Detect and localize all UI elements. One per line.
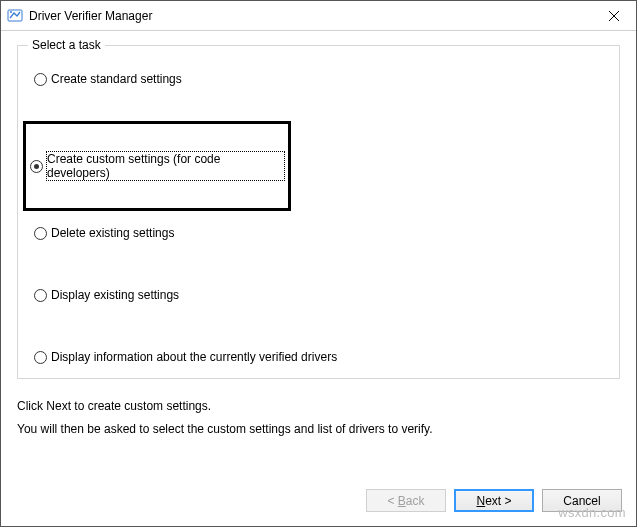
task-groupbox: Select a task Create standard settings C… xyxy=(17,45,620,379)
radio-create-custom[interactable]: Create custom settings (for code develop… xyxy=(26,124,288,208)
back-button: < Back xyxy=(366,489,446,512)
radio-icon xyxy=(34,73,47,86)
radio-icon xyxy=(34,351,47,364)
titlebar: Driver Verifier Manager xyxy=(1,1,636,31)
radio-create-standard[interactable]: Create standard settings xyxy=(30,72,607,86)
next-button-label: Next > xyxy=(476,494,511,508)
close-icon xyxy=(609,11,619,21)
radio-label: Create custom settings (for code develop… xyxy=(47,152,284,180)
close-button[interactable] xyxy=(591,1,636,31)
next-button[interactable]: Next > xyxy=(454,489,534,512)
radio-delete-existing[interactable]: Delete existing settings xyxy=(30,226,607,240)
svg-point-1 xyxy=(10,11,12,13)
radio-display-existing[interactable]: Display existing settings xyxy=(30,288,607,302)
cancel-button[interactable]: Cancel xyxy=(542,489,622,512)
radio-label: Delete existing settings xyxy=(51,226,174,240)
radio-icon xyxy=(30,160,43,173)
radio-icon xyxy=(34,289,47,302)
wizard-buttons: < Back Next > Cancel xyxy=(366,489,622,512)
radio-display-info[interactable]: Display information about the currently … xyxy=(30,350,607,364)
radio-label: Display information about the currently … xyxy=(51,350,337,364)
content-area: Select a task Create standard settings C… xyxy=(1,31,636,451)
window-title: Driver Verifier Manager xyxy=(29,9,591,23)
back-button-label: < Back xyxy=(387,494,424,508)
instruction-line-1: Click Next to create custom settings. xyxy=(17,395,620,418)
groupbox-label: Select a task xyxy=(28,38,105,52)
radio-icon xyxy=(34,227,47,240)
instruction-line-2: You will then be asked to select the cus… xyxy=(17,418,620,441)
radio-label: Create standard settings xyxy=(51,72,182,86)
radio-label: Display existing settings xyxy=(51,288,179,302)
cancel-button-label: Cancel xyxy=(563,494,600,508)
instructions: Click Next to create custom settings. Yo… xyxy=(17,395,620,441)
app-icon xyxy=(7,8,23,24)
